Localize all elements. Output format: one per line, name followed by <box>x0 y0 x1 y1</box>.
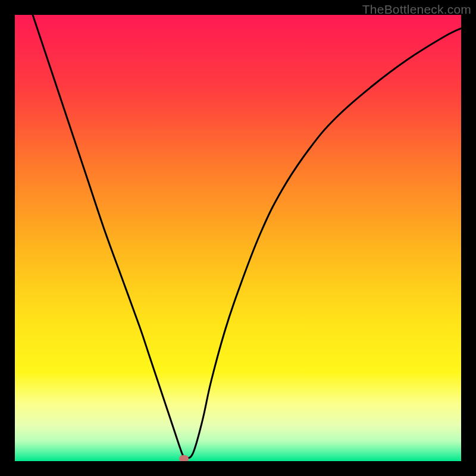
watermark-text: TheBottleneck.com <box>362 2 471 17</box>
plot-area <box>15 15 461 461</box>
background-gradient <box>15 15 461 461</box>
minimum-marker <box>179 455 189 462</box>
chart-frame: TheBottleneck.com <box>0 0 476 476</box>
svg-rect-0 <box>15 15 461 461</box>
